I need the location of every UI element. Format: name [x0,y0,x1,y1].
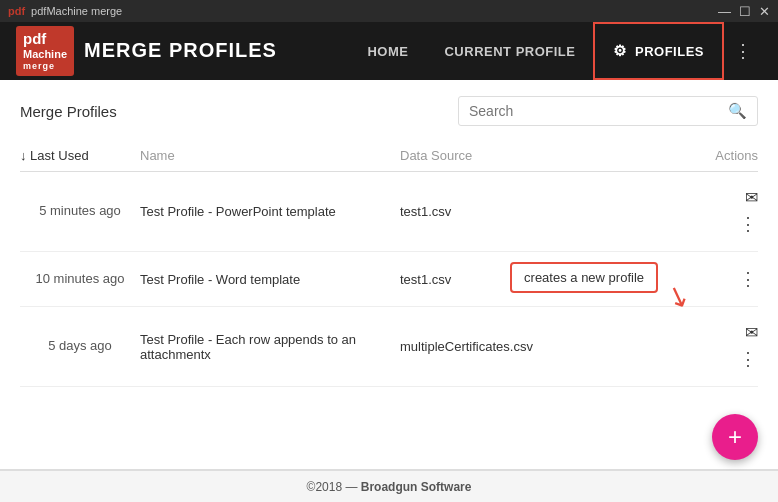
cell-name-2: Test Profile - Word template [140,272,400,287]
nav-current-profile[interactable]: CURRENT PROFILE [426,22,593,80]
title-bar: pdf pdfMachine merge — ☐ ✕ [0,0,778,22]
nav-home[interactable]: HOME [349,22,426,80]
email-icon-3[interactable]: ✉ [745,323,758,342]
logo-area: pdf Machine merge MERGE PROFILES [16,26,277,76]
header-nav: HOME CURRENT PROFILE ⚙ PROFILES ⋮ [349,22,762,80]
col-header-datasource: Data Source [400,148,678,163]
nav-profiles[interactable]: ⚙ PROFILES [593,22,724,80]
table-row: 5 days ago Test Profile - Each row appen… [20,307,758,387]
cell-name-1: Test Profile - PowerPoint template [140,204,400,219]
more-actions-2[interactable]: ⋮ [739,268,758,290]
window-controls[interactable]: — ☐ ✕ [718,4,770,19]
section-header: Merge Profiles 🔍 [20,96,758,126]
pdf-icon: pdf [8,5,25,17]
more-actions-3[interactable]: ⋮ [739,348,758,370]
header: pdf Machine merge MERGE PROFILES HOME CU… [0,22,778,80]
cell-last-used-3: 5 days ago [20,337,140,355]
create-profile-fab-button[interactable]: + [712,414,758,460]
cell-datasource-1: test1.csv [400,204,678,219]
table-row: 5 minutes ago Test Profile - PowerPoint … [20,172,758,252]
table-header: ↓ Last Used Name Data Source Actions [20,140,758,172]
cell-last-used-2: 10 minutes ago [20,270,140,288]
cell-actions-1: ✉ ⋮ [678,188,758,235]
col-header-actions: Actions [678,148,758,163]
more-actions-1[interactable]: ⋮ [739,213,758,235]
search-box[interactable]: 🔍 [458,96,758,126]
col-header-name: Name [140,148,400,163]
search-icon: 🔍 [728,102,747,120]
maximize-button[interactable]: ☐ [739,4,751,19]
footer: ©2018 — Broadgun Software [0,470,778,502]
search-input[interactable] [469,103,728,119]
footer-text: ©2018 — Broadgun Software [307,480,472,494]
cell-datasource-3: multipleCertificates.csv [400,339,678,354]
cell-last-used-1: 5 minutes ago [20,202,140,220]
gear-icon: ⚙ [613,42,627,60]
app-logo: pdf Machine merge [16,26,74,76]
col-header-last-used[interactable]: ↓ Last Used [20,148,140,163]
app-title: MERGE PROFILES [84,39,277,62]
callout-box: creates a new profile [510,262,658,293]
title-bar-title: pdf pdfMachine merge [8,5,122,17]
cell-name-3: Test Profile - Each row appends to an at… [140,332,400,362]
email-icon-1[interactable]: ✉ [745,188,758,207]
main-content: Merge Profiles 🔍 ↓ Last Used Name Data S… [0,80,778,470]
cell-actions-3: ✉ ⋮ [678,323,758,370]
minimize-button[interactable]: — [718,4,731,19]
close-button[interactable]: ✕ [759,4,770,19]
table-row: 10 minutes ago Test Profile - Word templ… [20,252,758,307]
section-title: Merge Profiles [20,103,117,120]
nav-more-button[interactable]: ⋮ [724,22,762,80]
